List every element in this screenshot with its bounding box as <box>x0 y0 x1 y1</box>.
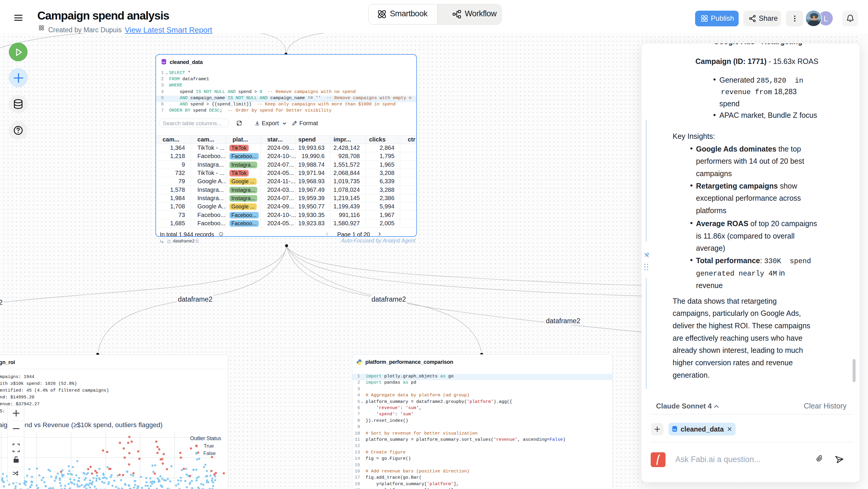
svg-text:SQL: SQL <box>162 62 166 63</box>
svg-text:SQL: SQL <box>673 429 677 431</box>
